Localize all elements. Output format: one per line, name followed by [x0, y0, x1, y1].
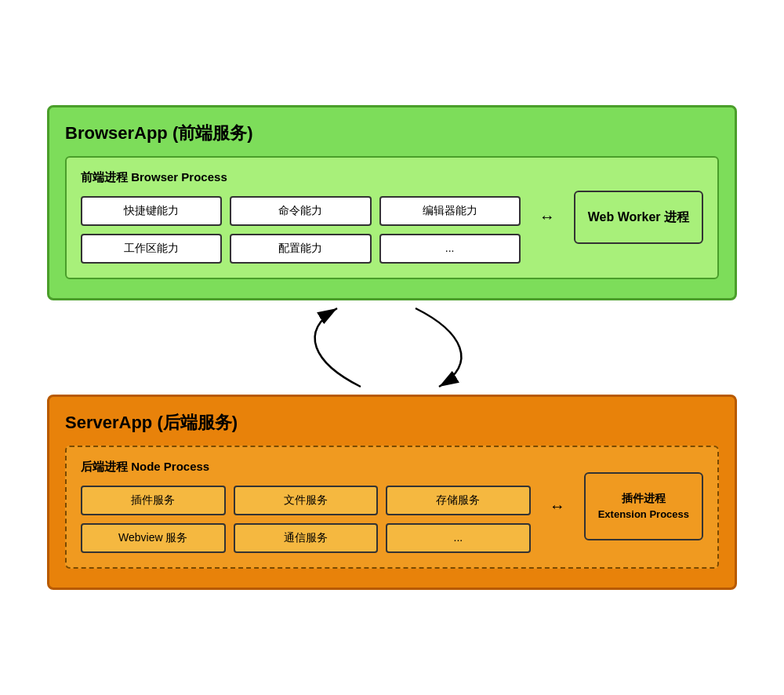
extension-title: 插件进程 [598, 489, 689, 507]
capability-editor: 编辑器能力 [379, 196, 521, 226]
extension-box: 插件进程 Extension Process [584, 472, 703, 540]
server-app-section: ServerApp (后端服务) 后端进程 Node Process 插件服务 … [47, 395, 737, 590]
browser-inner-box: 前端进程 Browser Process 快捷键能力 命令能力 编辑器能力 工作… [65, 156, 719, 279]
capability-command: 命令能力 [230, 196, 371, 226]
arrows-svg [235, 300, 549, 395]
diagram-container: BrowserApp (前端服务) 前端进程 Browser Process 快… [47, 105, 737, 590]
browser-process-area: 前端进程 Browser Process 快捷键能力 命令能力 编辑器能力 工作… [81, 170, 521, 264]
extension-sub: Extension Process [598, 507, 689, 523]
arrows-section [47, 300, 737, 395]
server-process-area: 后端进程 Node Process 插件服务 文件服务 存储服务 Webview… [81, 460, 531, 553]
server-capability-grid: 插件服务 文件服务 存储服务 Webview 服务 通信服务 ... [81, 486, 531, 553]
capability-webview-service: Webview 服务 [81, 523, 226, 553]
browser-app-section: BrowserApp (前端服务) 前端进程 Browser Process 快… [47, 105, 737, 300]
capability-comm-service: 通信服务 [234, 523, 379, 553]
browser-process-label: 前端进程 Browser Process [81, 170, 521, 185]
capability-storage-service: 存储服务 [386, 486, 531, 515]
capability-more-browser: ... [379, 234, 521, 264]
server-inner-box: 后端进程 Node Process 插件服务 文件服务 存储服务 Webview… [65, 446, 719, 569]
server-app-title: ServerApp (后端服务) [65, 411, 719, 435]
browser-arrow-connector: ↔ [536, 208, 558, 226]
server-process-label: 后端进程 Node Process [81, 460, 531, 475]
capability-more-server: ... [386, 523, 531, 553]
browser-app-title: BrowserApp (前端服务) [65, 122, 719, 145]
capability-plugin-service: 插件服务 [81, 486, 226, 515]
browser-capability-grid: 快捷键能力 命令能力 编辑器能力 工作区能力 配置能力 ... [81, 196, 521, 264]
capability-workspace: 工作区能力 [81, 234, 222, 264]
capability-config: 配置能力 [230, 234, 371, 264]
web-worker-box: Web Worker 进程 [574, 191, 703, 244]
capability-file-service: 文件服务 [234, 486, 379, 515]
capability-shortcut: 快捷键能力 [81, 196, 222, 226]
server-arrow-connector: ↔ [546, 497, 568, 515]
